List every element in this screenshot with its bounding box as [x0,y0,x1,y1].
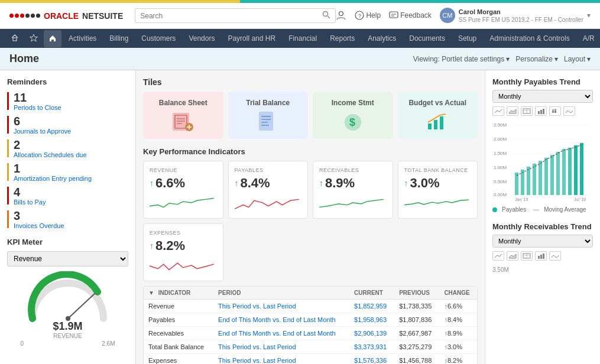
reminder-label-periods[interactable]: Periods to Close [14,104,61,111]
content-area: Reminders 11 Periods to Close 6 Journals… [0,70,600,364]
nav-documents[interactable]: Documents [403,31,451,46]
kpi-card-payables: PAYABLES ↑ 8.4% [228,161,309,219]
user-info[interactable]: CM Carol Morgan SS Pure FF EM US 2019.2 … [440,8,591,24]
svg-text:1.50M: 1.50M [494,151,507,156]
table-row: Payables End of This Month vs. End of La… [144,313,477,327]
reminder-bar-gold [7,139,9,157]
search-bar[interactable] [135,8,336,23]
area-chart-icon-r[interactable] [507,251,518,261]
nav-activities[interactable]: Activities [63,31,102,46]
reminder-number-3: 3 [14,209,64,222]
nav-billing[interactable]: Billing [103,31,134,46]
nav-vendors[interactable]: Vendors [183,31,220,46]
svg-rect-34 [540,110,542,114]
legend-dash-movingavg: — [533,206,539,213]
reminder-bar-orange [7,210,9,228]
table-icon-r[interactable] [521,251,533,261]
kpi-label-expenses: EXPENSES [150,230,217,236]
svg-rect-70 [540,255,542,259]
svg-text:Jan '19: Jan '19 [515,197,528,202]
nav-ar[interactable]: A/R [577,31,600,46]
reminder-label-amortization[interactable]: Amortization Entry pending [14,175,92,182]
tiles-row: Balance Sheet Trial Balance [143,92,478,139]
kpi-label-payables: PAYABLES [235,167,302,173]
legend-label-movingavg: Moving Average [544,206,586,213]
kpi-select[interactable]: Revenue [7,251,128,266]
reminder-number-11: 11 [14,91,61,104]
line-chart-icon[interactable] [492,106,504,116]
reminder-invoices: 3 Invoices Overdue [7,209,128,229]
kpi-label-revenue: REVENUE [150,167,217,173]
chevron-down-icon2: ▾ [506,55,510,63]
reminder-label-bills[interactable]: Bills to Pay [14,199,46,206]
td-current-0: $1,852,959 [349,300,394,313]
netsuite-text: NETSUITE [80,11,123,21]
reminder-label-allocation[interactable]: Allocation Schedules due [14,151,87,158]
td-change-0: ↑6.6% [439,300,477,313]
nav-star-icon[interactable] [25,30,43,47]
table-row: Expenses This Period vs. Last Period $1,… [144,354,477,365]
feedback-btn[interactable]: Feedback [389,11,432,20]
tile-budget-vs-actual[interactable]: Budget vs Actual [398,92,478,139]
td-period-0[interactable]: This Period vs. Last Period [213,300,349,313]
nav-reports[interactable]: Reports [324,31,361,46]
area-chart-icon[interactable] [507,106,518,116]
svg-rect-57 [544,158,548,195]
td-period-2[interactable]: End of This Month vs. End of Last Month [213,327,349,340]
nav-customers[interactable]: Customers [135,31,181,46]
receivables-trend-select[interactable]: Monthly [492,235,593,248]
gauge-min: 0 [21,340,24,347]
kpi-label-receivables: RECEIVABLES [319,167,387,173]
nav-analytics[interactable]: Analytics [362,31,402,46]
svg-rect-55 [533,164,536,195]
td-previous-4: $1,456,788 [394,354,439,365]
reminder-number-6: 6 [14,115,71,128]
search-input[interactable] [140,12,322,20]
oracle-text: ORACLE [44,11,79,21]
nav-payroll[interactable]: Payroll and HR [222,31,281,46]
svg-rect-52 [515,173,518,195]
collapse-icon[interactable]: ▼ [148,290,154,296]
layout-label: Layout [564,55,585,63]
line-chart-icon-r[interactable] [492,251,504,261]
nav-setup[interactable]: Setup [452,31,482,46]
wave-chart-icon-r[interactable] [549,251,561,261]
bar-chart-icon-payables[interactable] [535,106,547,116]
tile-balance-sheet[interactable]: Balance Sheet [143,92,223,139]
wave-chart-icon[interactable] [563,106,575,116]
nav-home-back-icon[interactable] [6,30,24,47]
kpi-up-arrow-receivables: ↑ [319,178,323,188]
nav-financial[interactable]: Financial [283,31,323,46]
td-period-3[interactable]: This Period vs. Last Period [213,340,349,354]
svg-line-1 [327,16,330,18]
nav-admin[interactable]: Administration & Controls [484,31,575,46]
personalize-label: Personalize [515,55,553,63]
tile-label-income: Income Stmt [332,99,374,107]
layout-btn[interactable]: Layout ▾ [564,55,591,63]
logo-dot-red [9,14,14,18]
table-row: Total Bank Balance This Period vs. Last … [144,340,477,354]
td-period-1[interactable]: End of This Month vs. End of Last Month [213,313,349,327]
reminder-label-invoices[interactable]: Invoices Overdue [14,222,64,229]
stacked-chart-icon[interactable] [549,106,561,116]
payables-trend-select[interactable]: Monthly [492,90,593,103]
help-btn[interactable]: ? Help [355,11,381,20]
td-indicator-3: Total Bank Balance [144,340,213,354]
right-panel: Monthly Payables Trend Monthly [485,70,600,364]
kpi-value-expenses: ↑ 8.2% [150,238,217,254]
viewing-portlet-btn[interactable]: Viewing: Portlet date settings ▾ [413,55,510,63]
kpi-chart-bank [404,194,472,212]
bar-chart-icon-r[interactable] [535,251,547,261]
legend-label-payables: Payables [502,206,526,213]
user-icon-btn[interactable] [336,10,346,21]
chart-type-icons-receivables [492,251,593,261]
tile-trial-balance[interactable]: Trial Balance [228,92,309,139]
td-period-4[interactable]: This Period vs. Last Period [213,354,349,365]
reminder-label-journals[interactable]: Journals to Approve [14,128,71,135]
reminder-number-2: 2 [14,138,87,151]
personalize-btn[interactable]: Personalize ▾ [515,55,558,63]
tile-income-stmt[interactable]: Income Stmt $ [313,92,393,139]
nav-home-icon[interactable] [44,30,61,47]
table-icon[interactable] [521,106,533,116]
reminder-bills: 4 Bills to Pay [7,186,128,206]
